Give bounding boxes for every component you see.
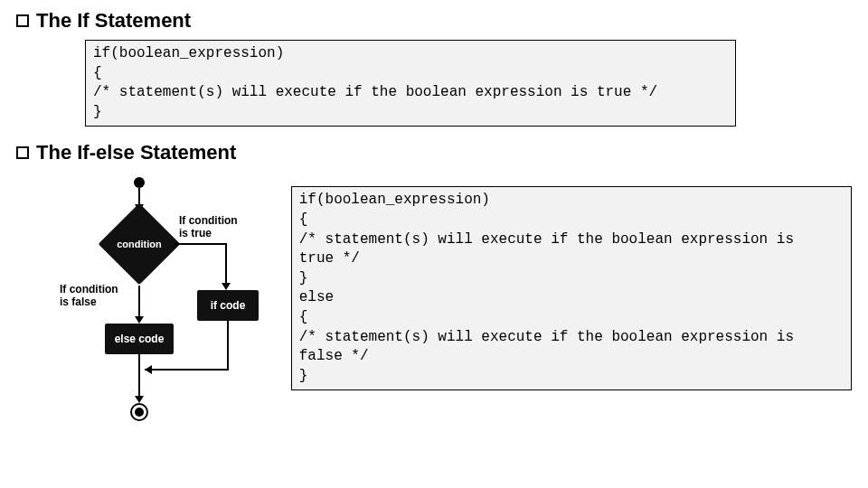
arrow-icon: [135, 316, 144, 324]
flow-line: [138, 354, 140, 398]
heading-ifelse-statement: The If-else Statement: [16, 141, 852, 164]
slide-root: The If Statement if(boolean_expression) …: [0, 0, 868, 434]
code-ifelse-statement: if(boolean_expression) { /* statement(s)…: [291, 186, 852, 390]
bullet-icon: [16, 146, 29, 159]
else-code-node: else code: [105, 324, 174, 354]
decision-label: condition: [110, 239, 168, 249]
false-branch-label: If condition is false: [60, 284, 118, 309]
code-if-statement: if(boolean_expression) { /* statement(s)…: [85, 40, 736, 127]
else-code-label: else code: [115, 333, 165, 345]
flow-line: [225, 243, 227, 285]
flow-line: [145, 369, 229, 371]
bullet-icon: [16, 14, 29, 27]
true-branch-label: If condition is true: [179, 215, 238, 240]
arrow-icon: [135, 396, 144, 403]
heading-ifelse-text: The If-else Statement: [36, 141, 236, 164]
heading-if-text: The If Statement: [36, 9, 191, 33]
arrow-icon: [145, 365, 152, 374]
heading-if-statement: The If Statement: [16, 9, 852, 33]
flow-line: [175, 243, 227, 245]
ifelse-content-row: condition If condition is true if code I…: [34, 172, 852, 434]
if-code-node: if code: [197, 290, 259, 321]
start-node-icon: [134, 177, 145, 188]
flowchart-ifelse: condition If condition is true if code I…: [34, 172, 275, 434]
decision-node: condition: [99, 203, 181, 286]
arrow-icon: [222, 283, 231, 290]
flow-line: [138, 286, 140, 318]
if-code-label: if code: [211, 299, 246, 312]
flow-line: [227, 321, 229, 371]
